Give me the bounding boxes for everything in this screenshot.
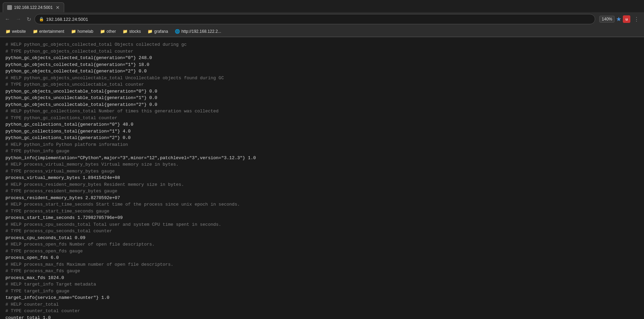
content-line: process_cpu_seconds_total 0.09 [5,235,639,241]
bookmark-label: http://192.168.122.2... [181,29,221,34]
content-line: python_gc_objects_uncollectable_total{ge… [5,95,639,101]
bookmark-label: grafana [154,29,168,34]
content-line: python_gc_collections_total{generation="… [5,121,639,128]
right-icons: 140% ★ u ⋮ [599,15,641,24]
reload-button[interactable]: ↻ [25,15,33,24]
address-bar[interactable]: 🔒 192.168.122.24:5001 [34,14,595,24]
content-line: # TYPE process_max_fds gauge [5,268,639,275]
content-line: # TYPE python_gc_objects_uncollectable_t… [5,81,639,88]
content-line: target_info{service_name="Counter"} 1.0 [5,294,639,301]
extension-icon[interactable]: u [623,15,630,23]
menu-button[interactable]: ⋮ [632,15,641,24]
folder-icon: 📁 [33,29,38,34]
content-line: # HELP process_virtual_memory_bytes Virt… [5,161,639,168]
content-line: python_gc_collections_total{generation="… [5,135,639,141]
bookmark-ip[interactable]: 🌐 http://192.168.122.2... [172,28,224,35]
forward-button[interactable]: → [14,15,23,24]
content-line: python_info{implementation="CPython",maj… [5,155,639,162]
content-line: # HELP python_gc_collections_total Numbe… [5,108,639,115]
content-line: process_start_time_seconds 1.72982705796… [5,214,639,221]
content-line: python_gc_objects_uncollectable_total{ge… [5,101,639,108]
lock-icon: 🔒 [39,17,44,22]
bookmark-star-icon[interactable]: ★ [616,15,621,23]
content-line: process_virtual_memory_bytes 1.89415424e… [5,175,639,181]
content-line: # HELP process_open_fds Number of open f… [5,241,639,248]
content-line: # HELP process_start_time_seconds Start … [5,201,639,208]
content-line: counter_total 1.0 [5,315,639,319]
bookmark-stocks[interactable]: 📁 stocks [120,28,143,35]
zoom-badge[interactable]: 140% [599,16,615,23]
content-line: # TYPE process_open_fds gauge [5,248,639,255]
bookmark-label: homelab [78,29,93,34]
content-line: # HELP python_gc_objects_collected_total… [5,41,639,48]
globe-icon: 🌐 [175,29,180,34]
folder-icon: 📁 [5,29,11,34]
content-line: # HELP process_cpu_seconds_total Total u… [5,221,639,228]
tab-title: 192.168.122.24:5001 [14,5,53,10]
bookmark-grafana[interactable]: 📁 grafana [145,28,171,35]
content-line: # HELP process_resident_memory_bytes Res… [5,181,639,188]
content-line: # TYPE process_cpu_seconds_total counter [5,228,639,235]
folder-icon: 📁 [123,29,128,34]
content-line: # HELP counter_total [5,301,639,308]
content-area: # HELP python_gc_objects_collected_total… [0,37,644,319]
back-button[interactable]: ← [3,15,12,24]
content-line: # TYPE target_info gauge [5,288,639,295]
folder-icon: 📁 [71,29,76,34]
content-line: process_open_fds 6.0 [5,254,639,261]
content-line: # TYPE process_virtual_memory_bytes gaug… [5,168,639,175]
content-line: python_gc_collections_total{generation="… [5,128,639,135]
content-line: # TYPE python_gc_objects_collected_total… [5,48,639,55]
content-line: # TYPE process_resident_memory_bytes gau… [5,188,639,195]
address-text: 192.168.122.24:5001 [46,17,88,22]
bookmark-entertainment[interactable]: 📁 entertainment [30,28,67,35]
bookmark-label: website [12,29,26,34]
browser-chrome: 192.168.122.24:5001 ✕ ← → ↻ 🔒 192.168.12… [0,0,644,37]
folder-icon: 📁 [148,29,153,34]
content-line: # TYPE counter_total counter [5,308,639,315]
content-line: # HELP target_info Target metadata [5,281,639,288]
content-line: # TYPE process_start_time_seconds gauge [5,208,639,215]
content-line: # HELP process_max_fds Maximum number of… [5,261,639,268]
content-line: python_gc_objects_uncollectable_total{ge… [5,88,639,95]
content-line: python_gc_objects_collected_total{genera… [5,55,639,61]
content-line: process_max_fds 1024.0 [5,275,639,281]
bookmark-label: stocks [129,29,141,34]
tab-close-button[interactable]: ✕ [56,5,60,10]
content-line: # TYPE python_info gauge [5,148,639,155]
content-line: # TYPE python_gc_collections_total count… [5,115,639,122]
bookmark-label: other [107,29,116,34]
tab-favicon [7,5,12,10]
folder-icon: 📁 [100,29,105,34]
bookmark-website[interactable]: 📁 website [3,28,29,35]
active-tab[interactable]: 192.168.122.24:5001 ✕ [3,2,64,12]
content-line: # HELP python_gc_objects_uncollectable_t… [5,75,639,82]
content-line: python_gc_objects_collected_total{genera… [5,61,639,68]
bookmark-label: entertainment [39,29,64,34]
nav-bar: ← → ↻ 🔒 192.168.122.24:5001 140% ★ u ⋮ [0,12,644,26]
tab-bar: 192.168.122.24:5001 ✕ [0,0,644,12]
bookmark-homelab[interactable]: 📁 homelab [68,28,96,35]
bookmark-other[interactable]: 📁 other [97,28,118,35]
bookmarks-bar: 📁 website 📁 entertainment 📁 homelab 📁 ot… [0,26,644,37]
content-line: python_gc_objects_collected_total{genera… [5,68,639,75]
content-line: process_resident_memory_bytes 2.8270592e… [5,195,639,202]
content-line: # HELP python_info Python platform infor… [5,141,639,148]
